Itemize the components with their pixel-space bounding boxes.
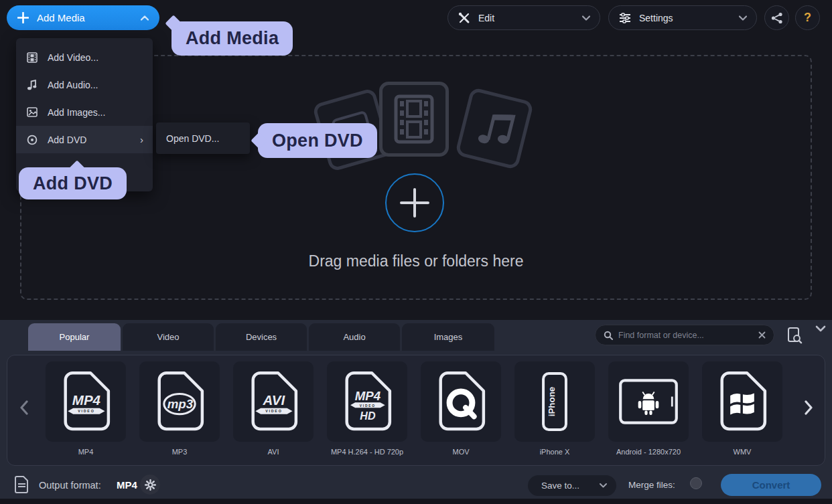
film-icon <box>27 52 39 63</box>
file-page-icon: MP4 VIDEO HD <box>340 369 395 434</box>
clear-icon[interactable] <box>758 331 766 339</box>
svg-text:mp3: mp3 <box>167 397 194 411</box>
menu-item-add-video[interactable]: Add Video... <box>16 44 153 71</box>
format-card-label: MP3 <box>139 448 220 456</box>
chevron-up-icon <box>141 15 149 21</box>
format-card-mp4[interactable]: MP4 VIDEO MP4 <box>46 361 126 456</box>
share-icon <box>771 12 783 24</box>
music-note-card-icon <box>459 91 530 166</box>
edit-label: Edit <box>478 13 494 23</box>
menu-item-label: Add Video... <box>48 52 98 63</box>
tab-devices[interactable]: Devices <box>216 323 307 351</box>
svg-text:MP4: MP4 <box>72 392 101 408</box>
format-card-wmv[interactable]: WMV <box>702 361 782 456</box>
format-card-avi[interactable]: AVI VIDEO AVI <box>233 361 314 456</box>
svg-text:VIDEO: VIDEO <box>360 404 376 408</box>
help-icon: ? <box>804 11 811 25</box>
format-card-label: MOV <box>421 448 501 456</box>
quicktime-icon <box>433 369 488 434</box>
carousel-right-button[interactable] <box>800 398 817 418</box>
format-card-label: Android - 1280x720 <box>608 448 689 456</box>
gear-icon <box>145 479 156 491</box>
callout-open-dvd: Open DVD <box>258 123 377 158</box>
svg-text:iPhone: iPhone <box>547 387 557 417</box>
chevron-down-icon <box>582 15 590 21</box>
tab-video[interactable]: Video <box>123 323 214 351</box>
output-settings-button[interactable] <box>140 475 160 495</box>
file-page-icon: AVI VIDEO <box>246 369 301 434</box>
format-card-label: MP4 <box>46 448 126 456</box>
callout-add-media: Add Media <box>171 21 293 56</box>
detect-device-icon <box>786 327 803 344</box>
drop-hint-text: Drag media files or folders here <box>0 252 832 270</box>
format-card-iphone-x[interactable]: iPhone iPhone X <box>514 361 595 456</box>
chevron-down-icon <box>600 483 607 488</box>
menu-item-label: Add DVD <box>48 135 86 145</box>
format-search <box>595 325 774 345</box>
format-card-android[interactable]: Android - 1280x720 <box>608 361 689 456</box>
format-card-label: iPhone X <box>514 448 595 456</box>
save-to-button[interactable]: Save to... <box>528 475 616 496</box>
format-card-label: AVI <box>233 448 314 456</box>
app-window: Add Media Edit Settings <box>0 0 832 504</box>
tab-audio[interactable]: Audio <box>309 323 400 351</box>
menu-item-add-images[interactable]: Add Images... <box>16 98 153 126</box>
output-file-icon[interactable] <box>13 475 30 494</box>
menu-item-add-audio[interactable]: Add Audio... <box>16 71 153 98</box>
android-icon <box>617 375 680 428</box>
image-icon <box>27 107 39 117</box>
file-page-icon: mp3 <box>152 369 207 434</box>
settings-sliders-icon <box>618 12 632 24</box>
search-input[interactable] <box>618 331 758 340</box>
format-tabs: Popular Video Devices Audio Images <box>28 323 494 351</box>
format-card-label: WMV <box>702 448 782 456</box>
disc-icon <box>27 135 39 145</box>
add-media-button[interactable]: Add Media <box>7 5 159 30</box>
add-media-label: Add Media <box>37 12 85 23</box>
format-card-label: MP4 H.264 - HD 720p <box>327 448 407 456</box>
detect-device-button[interactable] <box>782 325 807 346</box>
format-card-mov[interactable]: MOV <box>421 361 501 456</box>
plus-icon <box>17 12 29 23</box>
settings-button[interactable]: Settings <box>608 5 757 30</box>
menu-item-label: Add Audio... <box>48 80 98 90</box>
edit-button[interactable]: Edit <box>447 5 600 30</box>
output-format-value: MP4 <box>117 479 137 491</box>
window-bottom-edge <box>0 499 832 504</box>
merge-files-label: Merge files: <box>628 480 675 490</box>
output-format-label: Output format: <box>39 480 101 491</box>
carousel-left-button[interactable] <box>15 398 32 418</box>
callout-add-dvd: Add DVD <box>19 167 127 199</box>
carousel-right-icon <box>805 400 813 415</box>
format-card-mp3[interactable]: mp3 MP3 <box>139 361 220 456</box>
settings-label: Settings <box>639 13 673 23</box>
note-icon <box>27 80 39 90</box>
chevron-down-icon <box>815 325 826 332</box>
menu-item-open-dvd[interactable]: Open DVD... <box>156 122 250 154</box>
collapse-panel-button[interactable] <box>813 323 828 335</box>
svg-text:VIDEO: VIDEO <box>265 409 283 413</box>
search-icon <box>604 331 613 340</box>
share-button[interactable] <box>764 5 789 30</box>
tab-popular[interactable]: Popular <box>28 323 121 351</box>
svg-text:VIDEO: VIDEO <box>78 409 94 413</box>
film-card-icon <box>383 85 445 153</box>
submenu-arrow-icon: › <box>140 134 143 145</box>
tab-images[interactable]: Images <box>402 323 494 351</box>
merge-files-toggle[interactable] <box>690 477 702 489</box>
file-page-icon: MP4 VIDEO <box>58 369 113 434</box>
svg-text:AVI: AVI <box>263 392 286 408</box>
svg-text:MP4: MP4 <box>355 389 381 403</box>
film-card-graphic <box>379 82 449 157</box>
format-card-mp4-hd[interactable]: MP4 VIDEO HD MP4 H.264 - HD 720p <box>327 361 407 456</box>
save-to-label: Save to... <box>541 481 579 491</box>
menu-item-add-dvd[interactable]: Add DVD › <box>16 126 153 153</box>
help-button[interactable]: ? <box>795 5 820 30</box>
convert-button[interactable]: Convert <box>721 474 821 496</box>
svg-text:HD: HD <box>360 410 376 422</box>
add-files-plus-button[interactable] <box>385 173 444 232</box>
iphone-icon: iPhone <box>527 368 582 435</box>
chevron-down-icon <box>739 15 747 21</box>
edit-tools-icon <box>458 11 471 25</box>
menu-item-label: Add Images... <box>48 107 105 118</box>
